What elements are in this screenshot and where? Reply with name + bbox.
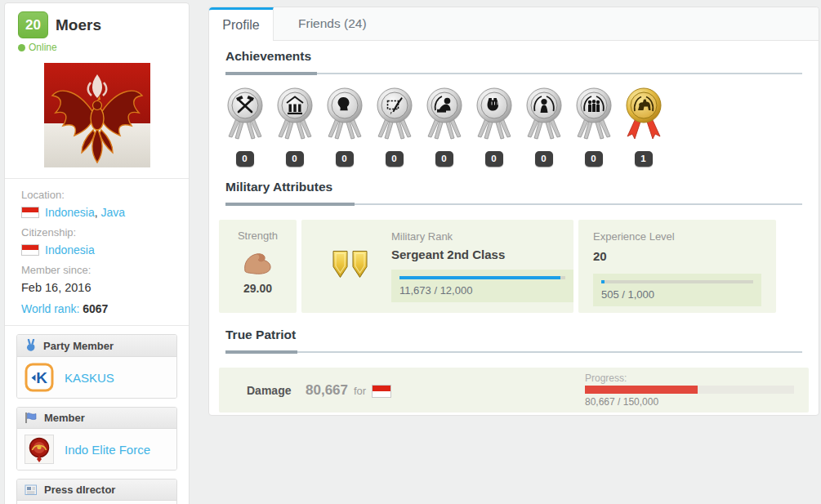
tp-for-text: for [354, 385, 366, 397]
member-since-label: Member since: [21, 264, 172, 276]
online-status: Online [18, 42, 176, 53]
mu-role-label: Member [44, 412, 85, 424]
location-country-link[interactable]: Indonesia [45, 206, 95, 219]
svg-text:K: K [36, 369, 47, 386]
press-role-label: Press dIrector [44, 484, 115, 496]
congress-medal-icon [273, 86, 317, 146]
military-unit-link[interactable]: Indo Elite Force [65, 443, 150, 457]
indonesia-flag-icon [21, 207, 39, 218]
member-since-value: Feb 16, 2016 [21, 281, 172, 294]
location-separator: , [95, 206, 98, 219]
tp-progress-fill [585, 386, 698, 394]
resistance-hero-medal[interactable]: 0 [469, 86, 519, 167]
sidebar-divider [5, 325, 189, 326]
medal-count-badge: 0 [286, 151, 304, 167]
tp-progress-bar [585, 386, 794, 394]
military-rank-card: Military Rank Sergeant 2nd Class 11,673 … [301, 220, 573, 313]
experience-progress-fill [601, 280, 605, 283]
resistance-hero-medal-icon [472, 86, 516, 146]
society-builder-medal-icon [572, 86, 616, 146]
experience-label: Experience Level [593, 230, 761, 243]
indonesia-flag-icon [372, 385, 391, 398]
player-avatar [44, 63, 150, 167]
true-patriot-medal[interactable]: 1 [618, 86, 668, 167]
tp-damage-label: Damage [247, 384, 306, 397]
tp-progress-label: Progress: [585, 372, 794, 384]
medal-count-badge: 1 [635, 151, 653, 167]
biceps-icon [243, 251, 274, 275]
experience-progress-bar [601, 280, 753, 283]
profile-main-panel: Profile Friends (24) Achievements [208, 7, 819, 416]
sidebar-info: Location: Indonesia, Java Citizenship: I… [5, 179, 189, 325]
true-patriot-section-title: True Patriot [225, 328, 802, 353]
super-soldier-medal-icon [522, 86, 566, 146]
level-badge: 20 [18, 11, 48, 38]
media-mogul-medal-icon [373, 86, 417, 146]
online-dot-icon [18, 44, 25, 51]
sidebar-header: 20 Moers Online [5, 3, 189, 58]
true-patriot-card: Damage 80,667 for Progress: 80,667 / 150… [219, 368, 809, 413]
medal-count-badge: 0 [435, 151, 453, 167]
medal-count-badge: 0 [336, 151, 354, 167]
strength-label: Strength [238, 230, 278, 242]
online-status-label: Online [29, 42, 57, 53]
party-role-label: Party Member [43, 340, 114, 352]
country-president-medal-icon [323, 86, 367, 146]
military-unit-box: Member Indo Elite Force [16, 407, 177, 471]
tab-profile[interactable]: Profile [209, 7, 274, 41]
experience-value: 20 [593, 249, 761, 263]
true-patriot-medal-icon [622, 86, 666, 146]
mu-role-header: Member [17, 408, 176, 429]
world-rank-link[interactable]: World rank: [21, 302, 79, 315]
location-label: Location: [21, 189, 172, 201]
newspaper-box: Press dIrector HALO HALO Indonesia [16, 479, 177, 504]
tab-friends[interactable]: Friends (24) [274, 7, 391, 40]
congress-medal[interactable]: 0 [270, 86, 319, 167]
rank-progress-bar [399, 276, 565, 279]
medal-count-badge: 0 [236, 151, 254, 167]
location-region-link[interactable]: Java [101, 206, 126, 219]
military-rank-value: Sergeant 2nd Class [391, 248, 573, 261]
kaskus-logo[interactable]: K [25, 363, 54, 392]
party-role-header: Party Member [17, 335, 176, 357]
hard-worker-medal-icon [223, 86, 267, 146]
victory-hand-icon [25, 339, 37, 352]
rank-progress-box: 11,673 / 12,000 [391, 270, 573, 302]
profile-sidebar: 20 Moers Online [4, 2, 190, 504]
rank-progress-fill [399, 276, 560, 279]
citizenship-country-link[interactable]: Indonesia [45, 243, 95, 256]
battle-hero-medal[interactable]: 0 [419, 86, 469, 167]
military-rank-label: Military Rank [391, 230, 573, 243]
medal-count-badge: 0 [585, 151, 603, 167]
rank-insignia-icon [331, 250, 370, 283]
experience-progress-text: 505 / 1,000 [601, 288, 753, 301]
experience-progress-box: 505 / 1,000 [593, 274, 761, 306]
tp-damage-value: 80,667 [306, 382, 348, 399]
indonesia-flag-icon [21, 244, 39, 256]
military-cards-row: Strength 29.00 [219, 220, 809, 313]
citizenship-label: Citizenship: [21, 226, 172, 239]
tp-progress-area: Progress: 80,667 / 150,000 [585, 372, 794, 408]
tp-progress-text: 80,667 / 150,000 [585, 396, 794, 408]
newspaper-icon [25, 484, 38, 496]
hard-worker-medal[interactable]: 0 [220, 86, 270, 167]
country-president-medal[interactable]: 0 [319, 86, 369, 167]
medal-count-badge: 0 [485, 151, 503, 167]
society-builder-medal[interactable]: 0 [569, 86, 618, 167]
party-box: Party Member K KASKUS [16, 334, 177, 399]
player-name: Moers [56, 16, 101, 34]
world-rank-value: 6067 [83, 302, 108, 315]
strength-card: Strength 29.00 [219, 220, 297, 313]
rank-progress-text: 11,673 / 12,000 [399, 284, 565, 297]
super-soldier-medal[interactable]: 0 [519, 86, 569, 167]
flag-icon [25, 412, 38, 424]
party-link[interactable]: KASKUS [65, 371, 114, 385]
medal-count-badge: 0 [386, 151, 404, 167]
medal-count-badge: 0 [535, 151, 553, 167]
press-role-header: Press dIrector [17, 479, 176, 501]
tab-bar: Profile Friends (24) [209, 7, 819, 41]
indo-elite-force-logo[interactable] [25, 435, 54, 464]
phoenix-avatar-image [44, 63, 150, 167]
media-mogul-medal[interactable]: 0 [369, 86, 419, 167]
military-section-title: Military Attributes [225, 180, 802, 205]
